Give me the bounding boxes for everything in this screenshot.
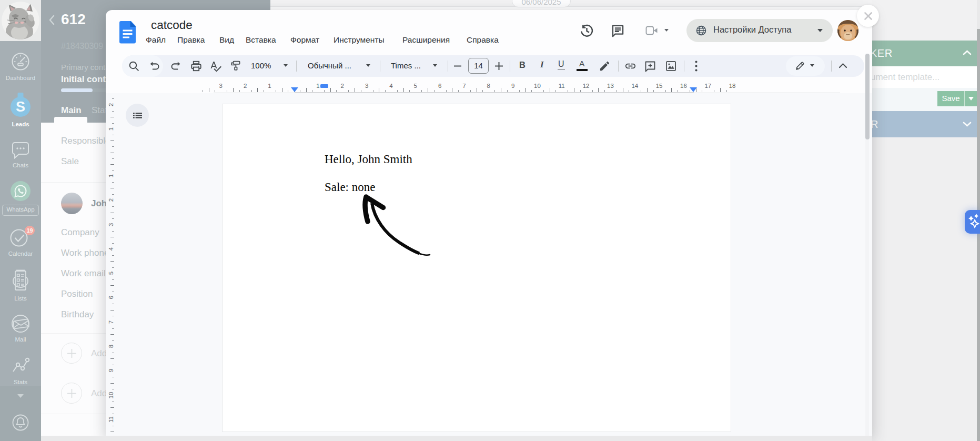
svg-text:S: S xyxy=(16,99,25,115)
